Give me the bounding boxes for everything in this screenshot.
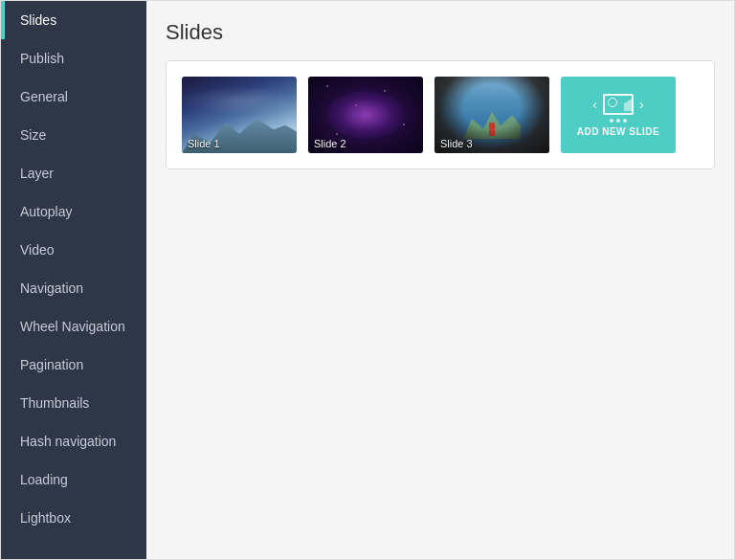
slides-grid: Slide 1 Slide 2: [182, 77, 699, 153]
add-slide-dots: [610, 119, 627, 123]
slide-1[interactable]: Slide 1: [182, 77, 297, 153]
slide-2-thumbnail: Slide 2: [308, 77, 423, 153]
sidebar-item-video[interactable]: Video: [1, 231, 146, 269]
sidebar-item-loading[interactable]: Loading: [1, 460, 146, 499]
page-title: Slides: [166, 20, 715, 45]
sidebar-item-layer[interactable]: Layer: [1, 154, 146, 192]
dot-1: [610, 119, 613, 123]
dot-3: [623, 119, 627, 123]
slide-2-label: Slide 2: [314, 138, 346, 149]
chevron-right-icon: ›: [639, 97, 644, 112]
slide-1-thumbnail: Slide 1: [182, 77, 297, 153]
sidebar: Slides Publish General Size Layer Autopl…: [1, 1, 146, 559]
sidebar-item-size[interactable]: Size: [1, 116, 146, 154]
sidebar-item-wheel-navigation[interactable]: Wheel Navigation: [1, 307, 146, 346]
add-slide-icon-row: ‹ ›: [592, 94, 643, 115]
image-placeholder-icon: [603, 94, 634, 115]
sidebar-item-publish[interactable]: Publish: [1, 39, 146, 78]
sidebar-item-autoplay[interactable]: Autoplay: [1, 192, 146, 231]
slide-3[interactable]: Slide 3: [434, 77, 549, 153]
sidebar-item-pagination[interactable]: Pagination: [1, 346, 146, 384]
main-content: Slides Slide 1: [146, 1, 734, 559]
add-new-slide-button[interactable]: ‹ › ADD NEW SLIDE: [561, 77, 676, 153]
slide-2-nebula: [327, 91, 404, 139]
slide-1-label: Slide 1: [188, 138, 220, 149]
add-slide-label: ADD NEW SLIDE: [577, 126, 660, 137]
sidebar-item-slides[interactable]: Slides: [1, 1, 146, 39]
slide-2[interactable]: Slide 2: [308, 77, 423, 153]
sidebar-item-navigation[interactable]: Navigation: [1, 269, 146, 307]
chevron-left-icon: ‹: [592, 97, 597, 112]
app-container: Slides Publish General Size Layer Autopl…: [0, 0, 735, 560]
sidebar-item-hash-navigation[interactable]: Hash navigation: [1, 422, 146, 460]
slide-1-snow: [182, 86, 297, 115]
sidebar-item-general[interactable]: General: [1, 78, 146, 116]
slide-3-thumbnail: Slide 3: [434, 77, 549, 153]
sidebar-item-lightbox[interactable]: Lightbox: [1, 499, 146, 537]
slide-3-label: Slide 3: [440, 138, 473, 149]
sidebar-item-thumbnails[interactable]: Thumbnails: [1, 384, 146, 422]
dot-2: [616, 119, 620, 123]
slides-container: Slide 1 Slide 2: [166, 60, 715, 169]
